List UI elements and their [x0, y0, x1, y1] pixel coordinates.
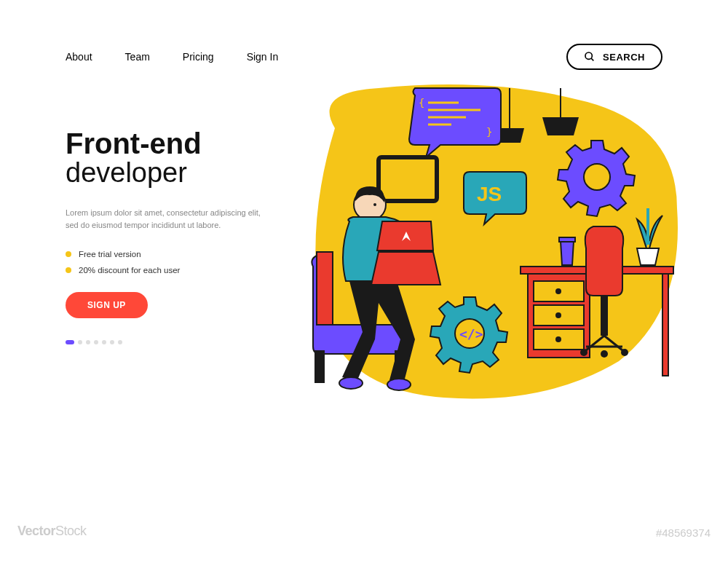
hero-desc: Lorem ipsum dolor sit amet, consectetur … [66, 207, 262, 232]
svg-rect-32 [314, 350, 325, 383]
svg-text:</>: </> [459, 326, 483, 342]
svg-rect-34 [317, 252, 333, 325]
illustration-svg: { } JS [269, 63, 692, 427]
title-light: developer [66, 159, 262, 188]
dot[interactable] [66, 340, 74, 344]
svg-text:JS: JS [477, 183, 502, 205]
nav-pricing[interactable]: Pricing [183, 51, 214, 63]
svg-point-36 [373, 203, 376, 206]
dot[interactable] [118, 340, 122, 344]
dot[interactable] [102, 340, 106, 344]
bullet-item: Free trial version [66, 250, 262, 259]
svg-point-12 [584, 164, 610, 190]
nav-team[interactable]: Team [125, 51, 150, 63]
nav-signin[interactable]: Sign In [247, 51, 279, 63]
bullets: Free trial version 20% discount for each… [66, 250, 262, 275]
svg-point-18 [555, 288, 561, 294]
svg-point-38 [339, 377, 363, 389]
watermark-id: #48569374 [656, 526, 711, 539]
bullet-item: 20% discount for each user [66, 266, 262, 275]
svg-rect-23 [662, 274, 668, 376]
dot[interactable] [110, 340, 114, 344]
signup-button[interactable]: SIGN UP [66, 292, 148, 318]
nav-about[interactable]: About [66, 51, 92, 63]
svg-rect-25 [601, 296, 608, 336]
svg-point-20 [555, 312, 561, 318]
svg-point-37 [387, 379, 411, 390]
hero-text: Front-end developer Lorem ipsum dolor si… [66, 106, 262, 434]
title-strong: Front-end [66, 128, 262, 159]
search-icon [584, 51, 596, 63]
svg-line-1 [591, 58, 593, 60]
dot[interactable] [94, 340, 98, 344]
search-label: SEARCH [603, 52, 645, 63]
code-gear-icon: </> [430, 297, 507, 373]
svg-point-22 [555, 336, 561, 342]
watermark-brand: VectorStock [17, 524, 87, 539]
hero: Front-end developer Lorem ipsum dolor si… [66, 106, 662, 434]
dot[interactable] [86, 340, 90, 344]
carousel-dots [66, 340, 262, 344]
nav-links: About Team Pricing Sign In [66, 51, 278, 63]
svg-point-31 [601, 350, 608, 358]
gear-icon [558, 141, 635, 216]
svg-rect-24 [559, 237, 575, 242]
svg-text:}: } [486, 126, 492, 138]
dot[interactable] [78, 340, 82, 344]
svg-point-0 [585, 52, 592, 59]
svg-point-30 [621, 349, 628, 356]
hero-illustration: { } JS [277, 106, 662, 434]
coffee-icon [559, 237, 575, 265]
svg-point-29 [580, 349, 587, 356]
laptop-icon [371, 221, 440, 285]
svg-text:{: { [419, 97, 424, 109]
